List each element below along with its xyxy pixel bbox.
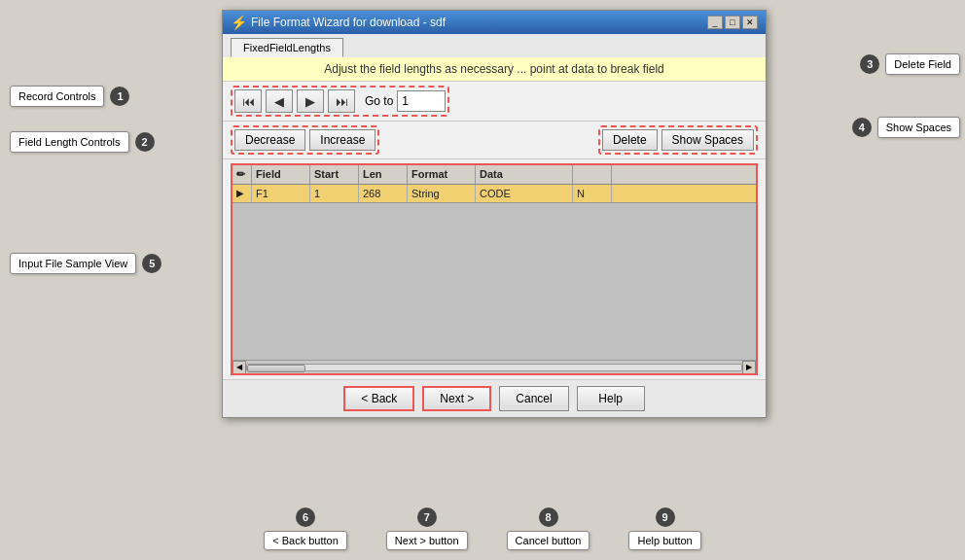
cell-extra: N [573, 185, 612, 202]
annotation-box-input-file: Input File Sample View [10, 253, 136, 274]
bottom-ann-help: 9 Help button [628, 508, 700, 550]
goto-input[interactable] [397, 90, 446, 112]
right-controls-group: Delete Show Spaces [598, 125, 758, 155]
annotation-show-spaces: Show Spaces 4 [852, 117, 960, 138]
increase-button[interactable]: Increase [309, 129, 375, 151]
bottom-annotations: 6 < Back button 7 Next > button 8 Cancel… [0, 508, 965, 550]
annotation-box-show-spaces: Show Spaces [877, 117, 960, 138]
close-button[interactable]: ✕ [742, 16, 758, 29]
cell-data: CODE [476, 185, 573, 202]
next-record-button[interactable]: ▶ [297, 89, 324, 113]
annotation-delete-field: Delete Field 3 [860, 53, 960, 75]
col-header-extra [573, 165, 612, 184]
ann-label-back: < Back button [264, 531, 347, 550]
ann-circle-9: 9 [656, 508, 675, 527]
show-spaces-button[interactable]: Show Spaces [661, 129, 754, 151]
annotation-number-3: 3 [860, 54, 879, 74]
decrease-button[interactable]: Decrease [234, 129, 305, 151]
col-header-data: Data [476, 165, 573, 184]
scroll-track[interactable] [246, 364, 742, 371]
minimize-button[interactable]: _ [707, 16, 723, 29]
info-bar: Adjust the field lengths as necessary ..… [223, 57, 766, 82]
annotation-number-4: 4 [852, 118, 872, 137]
goto-label: Go to [365, 94, 393, 108]
scroll-thumb[interactable] [247, 365, 305, 372]
annotation-record-controls: Record Controls 1 [10, 86, 129, 107]
next-button[interactable]: Next > [422, 386, 491, 411]
annotation-box-delete-field: Delete Field [885, 53, 960, 75]
title-bar: ⚡ File Format Wizard for download - sdf … [223, 11, 766, 34]
tab-fixed-field-lengths[interactable]: FixedFieldLengths [231, 38, 343, 57]
horizontal-scrollbar[interactable]: ◀ ▶ [232, 360, 756, 373]
first-record-button[interactable]: ⏮ [234, 89, 262, 113]
bottom-ann-back: 6 < Back button [264, 508, 347, 550]
col-header-format: Format [408, 165, 476, 184]
table-row[interactable]: ▶ F1 1 268 String CODE N [232, 185, 756, 203]
cell-start: 1 [310, 185, 359, 202]
annotation-box-field-controls: Field Length Controls [10, 131, 129, 153]
annotation-number-5: 5 [142, 254, 161, 273]
col-header-start: Start [310, 165, 359, 184]
window-title: File Format Wizard for download - sdf [251, 16, 446, 29]
wizard-window: ⚡ File Format Wizard for download - sdf … [222, 10, 767, 418]
cancel-button[interactable]: Cancel [499, 386, 568, 411]
col-header-field: Field [252, 165, 310, 184]
maximize-button[interactable]: □ [725, 16, 740, 29]
field-controls-group: Decrease Increase [231, 125, 379, 155]
prev-record-button[interactable]: ◀ [266, 89, 293, 113]
record-controls-group: ⏮ ◀ ▶ ⏭ Go to [231, 86, 449, 117]
ann-label-next: Next > button [386, 531, 468, 550]
annotation-box-record-controls: Record Controls [10, 86, 104, 107]
window-controls: _ □ ✕ [707, 16, 758, 29]
ann-circle-8: 8 [539, 508, 558, 527]
annotation-number-1: 1 [110, 87, 129, 106]
back-button[interactable]: < Back [343, 386, 414, 411]
cell-len: 268 [359, 185, 408, 202]
tab-strip: FixedFieldLengths [223, 34, 766, 57]
annotation-number-2: 2 [135, 132, 155, 152]
scroll-right-button[interactable]: ▶ [742, 361, 756, 374]
field-length-controls-row: Decrease Increase Delete Show Spaces [223, 122, 766, 159]
table-body: ▶ F1 1 268 String CODE N [232, 185, 756, 360]
delete-button[interactable]: Delete [602, 129, 658, 151]
row-selector: ▶ [232, 185, 252, 202]
ann-circle-7: 7 [417, 508, 437, 527]
last-record-button[interactable]: ⏭ [328, 89, 355, 113]
ann-circle-6: 6 [296, 508, 315, 527]
cell-format: String [408, 185, 476, 202]
app-icon: ⚡ [231, 15, 247, 30]
col-header-len: Len [359, 165, 408, 184]
bottom-ann-cancel: 8 Cancel button [507, 508, 590, 550]
annotation-field-controls: Field Length Controls 2 [10, 131, 155, 153]
record-controls-row: ⏮ ◀ ▶ ⏭ Go to [223, 82, 766, 122]
col-header-arrow: ✏ [232, 165, 252, 184]
help-button[interactable]: Help [577, 386, 645, 411]
bottom-bar: < Back Next > Cancel Help [223, 379, 766, 417]
ann-label-help: Help button [628, 531, 700, 550]
annotation-input-file: Input File Sample View 5 [10, 253, 161, 274]
bottom-ann-next: 7 Next > button [386, 508, 468, 550]
cell-field: F1 [252, 185, 310, 202]
table-area: ✏ Field Start Len Format Data ▶ F1 1 268… [231, 163, 758, 375]
table-header: ✏ Field Start Len Format Data [232, 165, 756, 185]
scroll-left-button[interactable]: ◀ [232, 361, 246, 374]
ann-label-cancel: Cancel button [507, 531, 590, 550]
